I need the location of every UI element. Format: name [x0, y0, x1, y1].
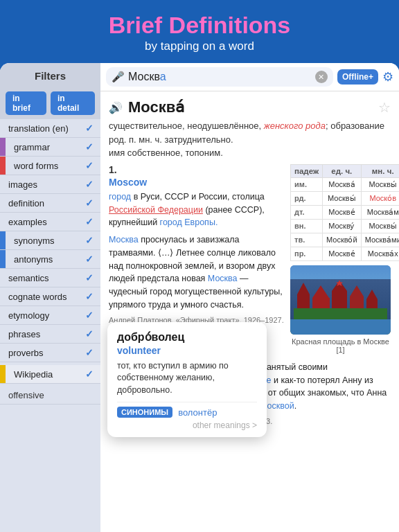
search-input-wrap[interactable]: 🎤 Москва ✕: [106, 67, 333, 87]
filter-tab-brief[interactable]: in brief: [6, 91, 46, 115]
sidebar-label-offensive: offensive: [8, 390, 44, 400]
sidebar-label-antonyms: antonyms: [14, 254, 53, 265]
synonyms-label: СИНОНИМЫ: [117, 407, 172, 418]
check-icon-synonyms: ✓: [85, 235, 94, 246]
sidebar-item-grammar[interactable]: grammar ✓: [0, 138, 100, 157]
sidebar-item-definition[interactable]: definition ✓: [0, 194, 100, 213]
mic-icon[interactable]: 🎤: [112, 71, 125, 83]
synonyms-word: волонтёр: [178, 407, 217, 418]
clear-button[interactable]: ✕: [315, 71, 328, 83]
speaker-icon[interactable]: 🔊: [109, 101, 123, 114]
city-link2: город Европы.: [160, 218, 218, 227]
check-icon-semantics: ✓: [85, 272, 94, 283]
sidebar-label-definition: definition: [8, 198, 44, 209]
sidebar-label-images: images: [8, 179, 37, 190]
sidebar-label-wordforms: word forms: [14, 161, 58, 171]
col-pl: мн. ч.: [361, 164, 399, 177]
decl-row-dat: дт. Москве́ Москва́м: [291, 205, 400, 219]
word-description: существительное, неодушевлённое, женског…: [109, 119, 391, 160]
sidebar-label-examples: examples: [8, 217, 47, 227]
check-icon-cognate: ✓: [85, 291, 94, 302]
sidebar-item-translation[interactable]: translation (en) ✓: [0, 119, 100, 138]
decl-row-ins: тв. Москво́й Москва́ми: [291, 233, 400, 247]
col-sg: ед. ч.: [323, 164, 362, 177]
sidebar-label-grammar: grammar: [14, 142, 50, 152]
def-translation: Moscow: [109, 177, 285, 188]
decl-row-gen: рд. Москвы́ Моско́в: [291, 191, 400, 205]
example-text-1: Москва проснулась и завизжала трамваями.…: [109, 233, 285, 312]
popup-definition: тот, кто вступил в армию по собственному…: [117, 360, 257, 397]
svg-marker-3: [312, 285, 329, 298]
main-area: Filters in brief in detail translation (…: [0, 63, 399, 532]
sidebar: Filters in brief in detail translation (…: [0, 63, 100, 532]
app-title: Brief Definitions: [7, 12, 392, 38]
check-icon-examples: ✓: [85, 216, 94, 227]
sidebar-item-proverbs[interactable]: proverbs ✓: [0, 344, 100, 362]
popup-more-link[interactable]: other meanings >: [117, 420, 257, 430]
sidebar-item-examples[interactable]: examples ✓: [0, 213, 100, 231]
declension-table: падеж ед. ч. мн. ч. им. Москва́ Москвы́: [290, 164, 399, 261]
sidebar-label-proverbs: proverbs: [8, 348, 44, 358]
search-highlight: а: [160, 71, 166, 82]
sidebar-item-offensive[interactable]: offensive: [0, 387, 100, 405]
col-case: падеж: [291, 164, 323, 177]
check-icon-proverbs: ✓: [85, 347, 94, 358]
star-icon[interactable]: ☆: [378, 99, 391, 116]
pos-text: существительное, неодушевлённое,: [109, 121, 264, 131]
search-bar: 🎤 Москва ✕ Offline+ ⚙: [100, 63, 399, 91]
sidebar-label-synonyms: synonyms: [14, 236, 55, 246]
settings-icon[interactable]: ⚙: [382, 69, 393, 85]
content-right: падеж ед. ч. мн. ч. им. Москва́ Москвы́: [290, 164, 391, 358]
decl-row-nom: им. Москва́ Москвы́: [291, 177, 400, 191]
sidebar-item-wikipedia[interactable]: Wikipedia ✓: [0, 365, 100, 384]
check-icon-antonyms: ✓: [85, 254, 94, 265]
moscow-link2[interactable]: Москва: [208, 274, 238, 283]
color-dot-antonyms: [0, 250, 6, 268]
image-caption: Красная площадь в Москве [1]: [290, 337, 391, 354]
color-dot-synonyms: [0, 231, 6, 249]
city-link[interactable]: город: [109, 192, 131, 202]
word-header: 🔊 Москва́ ☆: [109, 98, 391, 116]
sidebar-label-translation: translation (en): [8, 123, 69, 134]
offline-button[interactable]: Offline+: [337, 69, 378, 85]
sidebar-label-phrases: phrases: [8, 329, 40, 339]
search-text: Москва: [128, 71, 312, 83]
def-text: город в Руси, СССР и России, столица Рос…: [109, 190, 285, 229]
header: Brief Definitions by tapping on a word: [0, 0, 399, 63]
svg-marker-7: [350, 285, 364, 296]
check-icon-wikipedia: ✓: [85, 369, 94, 380]
check-icon-translation: ✓: [85, 123, 94, 134]
sidebar-item-phrases[interactable]: phrases ✓: [0, 325, 100, 344]
svg-marker-1: [297, 283, 310, 294]
sidebar-item-etymology[interactable]: etymology ✓: [0, 306, 100, 325]
decl-row-acc: вн. Москву́ Москвы́: [291, 219, 400, 233]
popup-translation: volunteer: [117, 345, 257, 356]
sidebar-item-synonyms[interactable]: synonyms ✓: [0, 231, 100, 250]
kremlin-water: [290, 319, 391, 335]
fed-link[interactable]: Российской Федерации: [109, 205, 203, 215]
dict-content: 🔊 Москва́ ☆ существительное, неодушевлён…: [100, 91, 399, 532]
right-panel: 🎤 Москва ✕ Offline+ ⚙ 🔊 Москва́ ☆ сущест…: [100, 63, 399, 532]
filter-tab-detail[interactable]: in detail: [51, 91, 95, 115]
sidebar-item-semantics[interactable]: semantics ✓: [0, 269, 100, 287]
check-icon-etymology: ✓: [85, 310, 94, 321]
sidebar-item-antonyms[interactable]: antonyms ✓: [0, 250, 100, 269]
check-icon-wordforms: ✓: [85, 160, 94, 171]
check-icon-images: ✓: [85, 179, 94, 190]
check-icon-grammar: ✓: [85, 141, 94, 152]
def-number: 1.: [109, 164, 285, 175]
word-title: Москва́: [128, 98, 184, 116]
sidebar-item-images[interactable]: images ✓: [0, 175, 100, 194]
svg-marker-9: [366, 290, 378, 299]
word-popup: добро́волец volunteer тот, кто вступил в…: [107, 322, 267, 438]
kremlin-image: [290, 265, 391, 335]
app-subtitle: by tapping on a word: [7, 39, 392, 53]
gender-text: женского рода: [264, 121, 326, 131]
color-dot-grammar: [0, 138, 6, 156]
sidebar-label-etymology: etymology: [8, 310, 49, 321]
moscow-ex-link[interactable]: Москва: [109, 235, 139, 245]
sidebar-item-wordforms[interactable]: word forms ✓: [0, 157, 100, 175]
sidebar-item-cognate[interactable]: cognate words ✓: [0, 287, 100, 306]
sidebar-label-semantics: semantics: [8, 273, 49, 283]
check-icon-phrases: ✓: [85, 328, 94, 339]
